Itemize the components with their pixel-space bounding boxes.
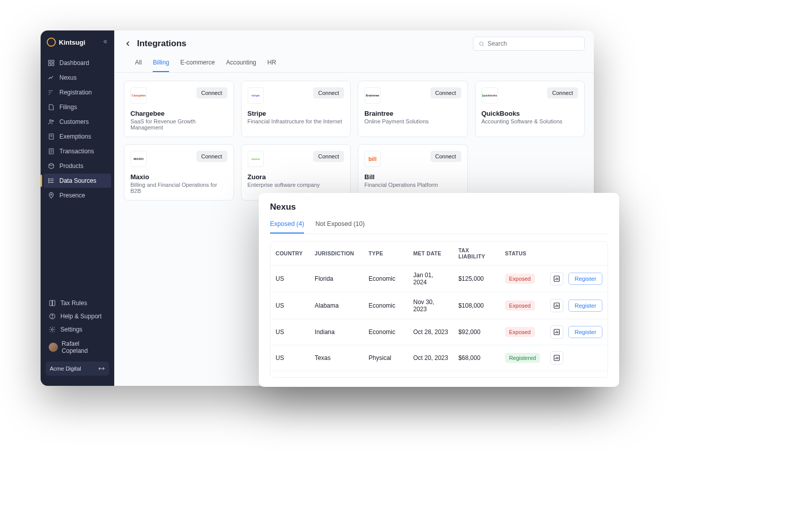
register-button[interactable]: Register bbox=[568, 273, 602, 285]
connect-button[interactable]: Connect bbox=[430, 151, 461, 162]
integration-desc: Billing and Financial Operations for B2B bbox=[130, 182, 227, 194]
cell-type: Economic bbox=[363, 266, 408, 292]
org-name: Acme Digital bbox=[50, 366, 81, 372]
sidebar-item-presence[interactable]: Presence bbox=[44, 188, 111, 203]
tab-hr[interactable]: HR bbox=[267, 56, 276, 72]
sidebar-item-customers[interactable]: Customers bbox=[44, 115, 111, 129]
page-title: Integrations bbox=[137, 39, 186, 49]
chart-icon-button[interactable] bbox=[550, 299, 563, 312]
chart-icon-button[interactable] bbox=[550, 377, 563, 378]
sidebar-item-label: Registration bbox=[59, 89, 92, 96]
sidebar-item-transactions[interactable]: Transactions bbox=[44, 144, 111, 158]
pin-icon bbox=[48, 192, 55, 199]
cell-jurisdiction: Texas bbox=[310, 345, 363, 371]
search-icon bbox=[479, 41, 485, 47]
tab-e-commerce[interactable]: E-commerce bbox=[180, 56, 215, 72]
svg-point-15 bbox=[49, 180, 49, 181]
status-badge: Exposed bbox=[505, 301, 535, 311]
register-button[interactable]: Register bbox=[568, 300, 602, 312]
svg-rect-3 bbox=[52, 63, 54, 65]
cell-jurisdiction: Indiana bbox=[310, 319, 363, 345]
cell-tax_liability: $92,000 bbox=[453, 319, 500, 345]
integration-name: Zuora bbox=[248, 173, 345, 181]
nexus-tab[interactable]: Exposed (4) bbox=[270, 217, 304, 234]
dots-icon bbox=[48, 89, 55, 96]
cell-met_date: Nov 30, 2023 bbox=[408, 292, 453, 319]
sidebar-item-products[interactable]: Products bbox=[44, 159, 111, 173]
cell-type: Economic bbox=[363, 319, 408, 345]
search-box[interactable] bbox=[473, 37, 585, 51]
search-input[interactable] bbox=[488, 40, 579, 47]
tab-billing[interactable]: Billing bbox=[153, 56, 169, 72]
sidebar-item-settings[interactable]: Settings bbox=[46, 323, 109, 336]
sidebar-item-exemptions[interactable]: Exemptions bbox=[44, 129, 111, 144]
table-header: MET DATE bbox=[408, 242, 453, 266]
svg-point-20 bbox=[51, 328, 53, 330]
connect-button[interactable]: Connect bbox=[196, 87, 227, 98]
nexus-table-wrap: COUNTRYJURISDICTIONTYPEMET DATETAX LIABI… bbox=[270, 241, 608, 378]
sidebar-item-tax-rules[interactable]: Tax Rules bbox=[46, 296, 109, 310]
cell-country: US bbox=[270, 371, 310, 378]
integration-card: BraintreeConnectBraintreeOnline Payment … bbox=[358, 81, 468, 137]
sidebar-item-label: Exemptions bbox=[59, 133, 91, 140]
connect-button[interactable]: Connect bbox=[196, 151, 227, 162]
tab-all[interactable]: All bbox=[135, 56, 142, 72]
svg-point-11 bbox=[52, 120, 53, 122]
list-icon bbox=[48, 177, 55, 184]
connect-button[interactable]: Connect bbox=[313, 87, 344, 98]
cell-tax_liability: $125,000 bbox=[453, 266, 500, 292]
doc-icon bbox=[48, 133, 55, 140]
table-header: TYPE bbox=[363, 242, 408, 266]
user-menu[interactable]: Rafael Copeland bbox=[46, 336, 109, 358]
status-badge: Exposed bbox=[505, 274, 535, 284]
connect-button[interactable]: Connect bbox=[430, 87, 461, 98]
tab-accounting[interactable]: Accounting bbox=[226, 56, 256, 72]
cell-actions bbox=[545, 345, 607, 371]
cell-type: Physical bbox=[363, 345, 408, 371]
org-switcher[interactable]: Acme Digital bbox=[46, 361, 109, 376]
table-header: TAX LIABILITY bbox=[453, 242, 500, 266]
sidebar-item-label: Tax Rules bbox=[60, 300, 87, 307]
user-name: Rafael Copeland bbox=[62, 340, 106, 354]
integration-name: Stripe bbox=[248, 110, 345, 117]
chart-icon-button[interactable] bbox=[550, 272, 563, 285]
trend-icon bbox=[48, 74, 55, 81]
table-header: COUNTRY bbox=[270, 242, 310, 266]
cell-jurisdiction: Florida bbox=[310, 266, 363, 292]
sidebar-nav: DashboardNexusRegistrationFilingsCustome… bbox=[41, 54, 114, 293]
sidebar-item-filings[interactable]: Filings bbox=[44, 100, 111, 114]
integration-card: zuoraConnectZuoraEnterprise software com… bbox=[241, 144, 351, 201]
cell-status: Registered bbox=[500, 345, 545, 371]
svg-point-19 bbox=[52, 317, 53, 318]
cell-tax_liability: $68,000 bbox=[453, 345, 500, 371]
register-button[interactable]: Register bbox=[568, 326, 602, 338]
sidebar-collapse-icon[interactable] bbox=[102, 39, 108, 46]
sidebar-item-dashboard[interactable]: Dashboard bbox=[44, 56, 111, 70]
chart-icon-button[interactable] bbox=[550, 351, 563, 365]
svg-point-6 bbox=[52, 90, 53, 91]
table-row: USIndianaEconomicOct 28, 2023$92,000Expo… bbox=[270, 319, 607, 345]
integration-name: Bill bbox=[364, 173, 461, 181]
integration-logo: zuora bbox=[248, 151, 264, 167]
sidebar-item-nexus[interactable]: Nexus bbox=[44, 71, 111, 85]
sidebar-item-registration[interactable]: Registration bbox=[44, 85, 111, 100]
integration-logo: quickbooks bbox=[482, 87, 498, 104]
svg-point-4 bbox=[49, 90, 50, 91]
nexus-table: COUNTRYJURISDICTIONTYPEMET DATETAX LIABI… bbox=[270, 242, 607, 378]
connect-button[interactable]: Connect bbox=[547, 87, 578, 98]
sidebar-item-data-sources[interactable]: Data Sources bbox=[44, 174, 111, 188]
cell-status: Exposed bbox=[500, 319, 545, 345]
nexus-tab[interactable]: Not Exposed (10) bbox=[315, 217, 364, 234]
svg-point-10 bbox=[50, 120, 52, 122]
sidebar-item-help-support[interactable]: Help & Support bbox=[46, 310, 109, 323]
chart-icon-button[interactable] bbox=[550, 325, 563, 339]
status-badge: Registered bbox=[505, 353, 540, 363]
connect-button[interactable]: Connect bbox=[313, 151, 344, 162]
svg-point-7 bbox=[49, 92, 50, 93]
cell-jurisdiction: Colorado bbox=[310, 371, 363, 378]
cell-jurisdiction: Alabama bbox=[310, 292, 363, 319]
integration-card: quickbooksConnectQuickBooksAccounting So… bbox=[475, 81, 585, 137]
integration-card: stripeConnectStripeFinancial Infrastruct… bbox=[241, 81, 351, 137]
back-arrow-icon[interactable] bbox=[124, 40, 132, 48]
integration-desc: Online Payment Solutions bbox=[364, 118, 461, 124]
